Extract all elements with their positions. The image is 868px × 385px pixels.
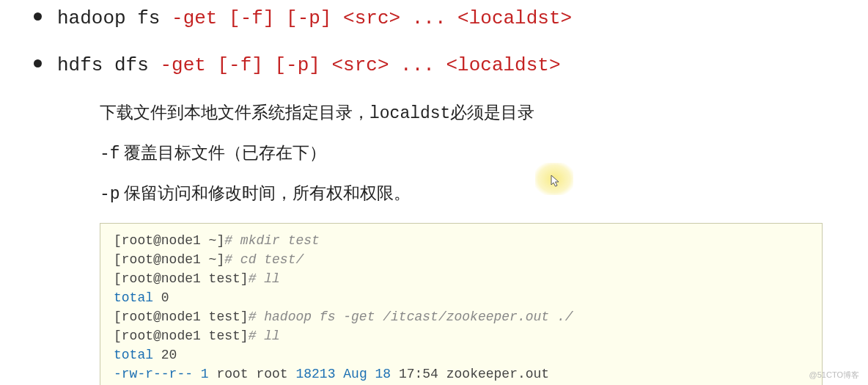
description-block: 下载文件到本地文件系统指定目录，localdst必须是目录 -f 覆盖目标文件（…: [100, 101, 839, 207]
total-keyword: total: [114, 348, 153, 362]
document-body: hadoop fs -get [-f] [-p] <src> ... <loca…: [0, 0, 868, 385]
ls-date: Aug 18: [335, 367, 391, 381]
ls-filename: 17:54 zookeeper.out: [391, 367, 549, 381]
ls-owner: root root: [209, 367, 296, 381]
desc-line-3: -p 保留访问和修改时间，所有权和权限。: [100, 182, 839, 206]
command-input: # mkdir test: [224, 233, 320, 248]
prompt: [root@node1 ~]: [114, 233, 224, 248]
command-input: # ll: [249, 329, 280, 343]
cmd-flags: -get [-f] [-p] <src> ... <localdst>: [160, 54, 560, 76]
bullet-item-1: hadoop fs -get [-f] [-p] <src> ... <loca…: [29, 7, 839, 29]
prompt: [root@node1 test]: [114, 309, 249, 324]
total-value: 20: [153, 348, 177, 362]
total-keyword: total: [114, 290, 153, 305]
ls-permissions: -rw-r--r--: [114, 367, 193, 381]
prompt: [root@node1 test]: [114, 271, 249, 286]
prompt: [root@node1 ~]: [114, 252, 224, 267]
total-value: 0: [153, 290, 169, 305]
watermark: @51CTO博客: [809, 370, 859, 381]
desc-line-1: 下载文件到本地文件系统指定目录，localdst必须是目录: [100, 101, 839, 125]
ls-links: 1: [193, 367, 209, 381]
command-input: # cd test/: [224, 252, 304, 267]
bullet-item-2: hdfs dfs -get [-f] [-p] <src> ... <local…: [29, 54, 839, 76]
command-input: # hadoop fs -get /itcast/zookeeper.out .…: [249, 309, 573, 324]
prompt: [root@node1 test]: [114, 329, 249, 343]
cmd-flags: -get [-f] [-p] <src> ... <localdst>: [172, 7, 572, 29]
bullet-list: hadoop fs -get [-f] [-p] <src> ... <loca…: [29, 7, 839, 76]
cmd-base: hadoop fs: [57, 7, 172, 29]
command-input: # ll: [249, 271, 280, 286]
command-text-1: hadoop fs -get [-f] [-p] <src> ... <loca…: [57, 7, 572, 29]
desc-line-2: -f 覆盖目标文件（已存在下）: [100, 142, 839, 166]
ls-size: 18213: [295, 367, 335, 381]
terminal-output: [root@node1 ~]# mkdir test [root@node1 ~…: [100, 223, 823, 385]
cmd-base: hdfs dfs: [57, 54, 160, 76]
command-text-2: hdfs dfs -get [-f] [-p] <src> ... <local…: [57, 54, 561, 76]
